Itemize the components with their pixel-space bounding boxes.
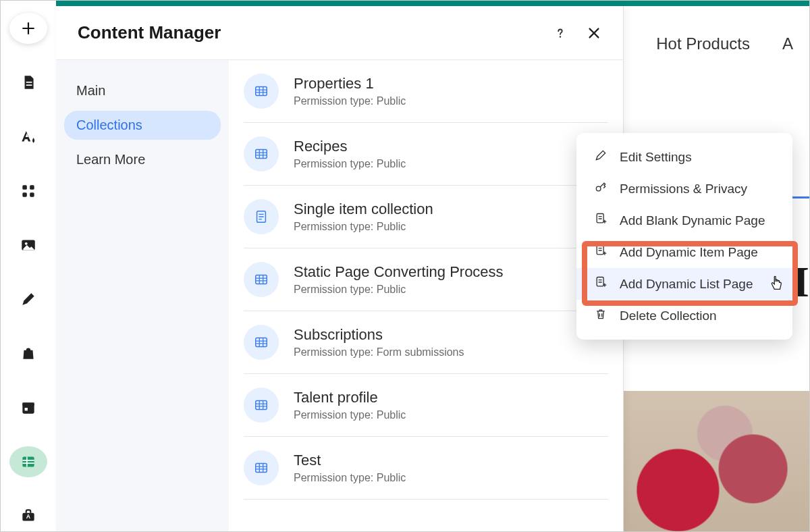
svg-point-25 xyxy=(596,186,601,191)
collection-row[interactable]: Properties 1Permission type: Public xyxy=(244,60,608,123)
collection-subtitle: Permission type: Public xyxy=(294,284,504,296)
ctx-item-permissions-privacy[interactable]: Permissions & Privacy xyxy=(576,173,792,205)
briefcase-icon: A xyxy=(20,507,37,525)
collection-subtitle: Permission type: Public xyxy=(294,409,406,421)
svg-rect-10 xyxy=(25,408,28,410)
svg-rect-5 xyxy=(30,192,34,197)
collection-title: Test xyxy=(294,452,406,469)
pencil-icon xyxy=(594,149,608,165)
svg-rect-2 xyxy=(22,185,27,190)
svg-rect-0 xyxy=(26,82,32,83)
rail-bookings[interactable] xyxy=(9,392,47,423)
bg-heading-fragment: I xyxy=(792,257,809,307)
trash-icon xyxy=(594,307,608,324)
sidenav-item-main[interactable]: Main xyxy=(64,76,221,105)
svg-rect-1 xyxy=(26,85,32,86)
svg-text:A: A xyxy=(26,513,31,520)
background-nav: ucts Hot Products A xyxy=(594,34,809,53)
svg-rect-26 xyxy=(597,214,603,223)
bag-icon xyxy=(20,344,37,362)
collection-row[interactable]: RecipesPermission type: Public xyxy=(244,123,608,186)
collection-subtitle: Permission type: Public xyxy=(294,95,406,107)
collection-title: Properties 1 xyxy=(294,75,406,92)
top-accent-bar xyxy=(56,1,809,6)
collection-row[interactable]: TestPermission type: Public xyxy=(244,437,608,500)
grid-icon xyxy=(20,182,37,200)
ctx-item-label: Add Dynamic Item Page xyxy=(620,245,758,260)
svg-point-14 xyxy=(560,36,561,37)
ctx-item-delete-collection[interactable]: Delete Collection xyxy=(576,300,792,331)
rail-business[interactable]: A xyxy=(9,500,47,531)
rail-store[interactable] xyxy=(9,338,47,369)
context-menu: Edit SettingsPermissions & PrivacyAdd Bl… xyxy=(576,133,792,340)
collection-subtitle: Permission type: Public xyxy=(294,472,406,484)
ctx-item-add-blank-dynamic-page[interactable]: Add Blank Dynamic Page xyxy=(576,205,792,236)
page-icon xyxy=(20,74,37,91)
calendar-icon xyxy=(20,399,37,417)
image-icon xyxy=(20,236,37,254)
sidenav-item-collections[interactable]: Collections xyxy=(64,111,221,140)
collection-title: Recipes xyxy=(294,138,406,155)
collection-type-icon xyxy=(244,74,279,109)
table-icon xyxy=(20,453,37,471)
collection-row[interactable]: Single item collectionPermission type: P… xyxy=(244,186,608,248)
key-icon xyxy=(594,180,608,197)
collection-row[interactable]: SubscriptionsPermission type: Form submi… xyxy=(244,311,608,374)
rail-apps[interactable] xyxy=(9,176,47,207)
svg-rect-24 xyxy=(256,464,267,473)
collection-subtitle: Permission type: Form submissions xyxy=(294,346,464,358)
collection-type-icon xyxy=(244,262,279,297)
svg-rect-22 xyxy=(256,338,267,347)
collections-list: Properties 1Permission type: PublicRecip… xyxy=(229,60,623,531)
svg-rect-28 xyxy=(597,277,603,286)
rail-pages[interactable] xyxy=(9,67,47,98)
ctx-item-label: Delete Collection xyxy=(620,309,717,323)
svg-rect-11 xyxy=(22,456,34,467)
collection-type-icon xyxy=(244,199,279,234)
bg-nav-item[interactable]: A xyxy=(782,34,793,53)
svg-rect-23 xyxy=(256,401,267,410)
help-icon[interactable] xyxy=(553,26,568,41)
ctx-item-edit-settings[interactable]: Edit Settings xyxy=(576,141,792,173)
collection-type-icon xyxy=(244,388,279,423)
bg-nav-item[interactable]: Hot Products xyxy=(656,34,750,53)
svg-rect-3 xyxy=(30,185,34,190)
collection-title: Subscriptions xyxy=(294,326,464,344)
ctx-item-label: Add Blank Dynamic Page xyxy=(620,213,765,228)
svg-rect-9 xyxy=(22,402,34,405)
sidenav-item-learn-more[interactable]: Learn More xyxy=(64,145,221,174)
ctx-item-label: Add Dynamic List Page xyxy=(620,277,753,292)
ctx-item-label: Edit Settings xyxy=(620,150,692,165)
panel-title: Content Manager xyxy=(78,22,221,43)
collection-row[interactable]: Talent profilePermission type: Public xyxy=(244,374,608,437)
collection-type-icon xyxy=(244,450,279,485)
ctx-item-label: Permissions & Privacy xyxy=(620,182,747,196)
page-plus-icon xyxy=(594,244,608,261)
ctx-item-add-dynamic-item-page[interactable]: Add Dynamic Item Page xyxy=(576,236,792,268)
panel-sidenav: Main Collections Learn More xyxy=(56,60,229,531)
svg-rect-4 xyxy=(22,192,27,197)
rail-content-manager[interactable] xyxy=(9,446,47,477)
bg-product-image xyxy=(622,391,809,532)
collection-title: Single item collection xyxy=(294,201,433,218)
page-plus-icon xyxy=(594,275,608,292)
collection-row[interactable]: Static Page Converting ProcessPermission… xyxy=(244,248,608,311)
left-rail: A xyxy=(1,1,56,531)
add-button[interactable] xyxy=(9,13,47,44)
rail-blog[interactable] xyxy=(9,284,47,315)
content-manager-panel: Content Manager Main Collections Learn M… xyxy=(56,6,624,531)
rail-media[interactable] xyxy=(9,230,47,261)
svg-point-7 xyxy=(25,242,28,245)
collection-type-icon xyxy=(244,325,279,360)
rail-theme[interactable] xyxy=(9,121,47,152)
svg-rect-27 xyxy=(597,246,603,255)
panel-header: Content Manager xyxy=(56,6,623,59)
pen-icon xyxy=(20,290,37,308)
text-drop-icon xyxy=(20,128,37,146)
ctx-item-add-dynamic-list-page[interactable]: Add Dynamic List Page xyxy=(576,268,792,300)
collection-title: Talent profile xyxy=(294,389,406,406)
close-icon[interactable] xyxy=(587,26,601,41)
collection-title: Static Page Converting Process xyxy=(294,263,504,281)
plus-icon xyxy=(20,20,37,37)
collection-type-icon xyxy=(244,136,279,171)
